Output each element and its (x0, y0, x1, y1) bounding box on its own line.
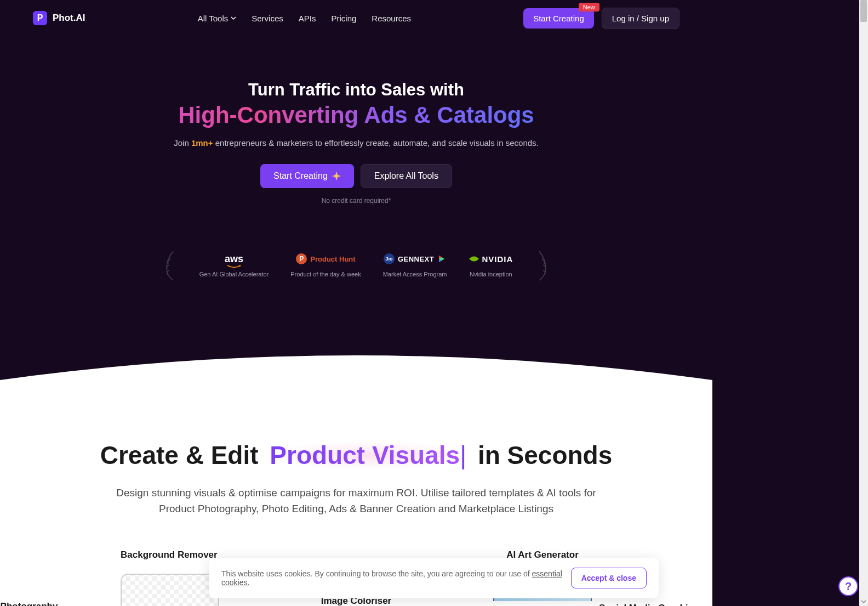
trust-section: aws Gen AI Global Accelerator P Product … (22, 248, 690, 314)
trust-caption: Nvidia inception (470, 271, 512, 277)
cookie-banner: This website uses cookies. By continuing… (209, 558, 659, 598)
nav-all-tools[interactable]: All Tools (198, 14, 237, 23)
title-prefix: Create & Edit (100, 441, 266, 469)
trust-producthunt: P Product Hunt Product of the day & week (290, 252, 361, 277)
hero-note: No credit card required* (22, 197, 690, 205)
logo-icon: P (33, 11, 47, 25)
start-creating-button[interactable]: Start Creating New (523, 8, 594, 29)
scrollbar-thumb[interactable] (860, 0, 867, 22)
title-cursor: | (460, 441, 466, 469)
section-description: Design stunning visuals & optimise campa… (115, 485, 597, 517)
nvidia-logo: NVIDIA (469, 252, 513, 265)
wave-divider (0, 347, 712, 380)
subtitle-rest: entrepreneurs & marketers to effortlessl… (213, 138, 539, 148)
logo-text: Phot.AI (53, 13, 85, 24)
aws-logo: aws (225, 252, 243, 265)
trust-jio: Jio GENNEXT Market Access Program (383, 252, 447, 277)
nvidia-eye-icon (469, 255, 479, 263)
peek-social-media-graphic: Social Media Graphic (599, 603, 693, 606)
producthunt-logo: P Product Hunt (296, 252, 355, 265)
gennext-text: GENNEXT (398, 255, 434, 263)
nvidia-text: NVIDIA (482, 254, 513, 264)
play-icon (437, 254, 446, 263)
nav-label: All Tools (198, 14, 229, 23)
laurel-left-icon (162, 248, 178, 281)
nav-apis[interactable]: APIs (299, 14, 316, 23)
hero-start-creating-button[interactable]: Start Creating (260, 164, 354, 188)
feature-background-remover[interactable]: Background Remover (121, 550, 219, 606)
nav-resources[interactable]: Resources (372, 14, 411, 23)
section-title: Create & Edit Product Visuals| in Second… (100, 440, 613, 470)
nav: All Tools Services APIs Pricing Resource… (198, 14, 411, 23)
trust-aws: aws Gen AI Global Accelerator (199, 252, 269, 277)
hero-title-line2: High-Converting Ads & Catalogs (22, 102, 690, 128)
ph-circle-icon: P (296, 253, 307, 264)
nav-pricing[interactable]: Pricing (331, 14, 356, 23)
trust-caption: Gen AI Global Accelerator (199, 271, 269, 277)
login-signup-button[interactable]: Log in / Sign up (602, 8, 679, 29)
hero-subtitle: Join 1mn+ entrepreneurs & marketers to e… (22, 138, 690, 148)
trust-nvidia: NVIDIA Nvidia inception (469, 252, 513, 277)
subtitle-prefix: Join (174, 138, 191, 148)
cookie-accept-button[interactable]: Accept & close (571, 568, 647, 588)
feature-card-preview (121, 574, 219, 606)
title-suffix: in Seconds (471, 441, 612, 469)
sparkle-icon (332, 172, 341, 180)
chevron-down-icon (231, 15, 236, 21)
header-actions: Start Creating New Log in / Sign up (523, 8, 679, 29)
cookie-text: This website uses cookies. By continuing… (221, 569, 571, 587)
trust-caption: Market Access Program (383, 271, 447, 277)
laurel-right-icon (535, 248, 550, 281)
button-label: Start Creating (273, 171, 328, 181)
aws-text: aws (225, 253, 243, 265)
ph-text: Product Hunt (310, 255, 355, 263)
peek-product-photography: duct Photography (0, 601, 58, 606)
aws-smile-icon (226, 265, 242, 268)
button-label: Start Creating (533, 14, 584, 23)
hero-ctas: Start Creating Explore All Tools (22, 164, 690, 188)
trust-caption: Product of the day & week (290, 271, 361, 277)
scrollbar-track[interactable] (859, 0, 868, 606)
feature-label: Background Remover (121, 550, 219, 560)
trust-items: aws Gen AI Global Accelerator P Product … (199, 252, 513, 277)
nav-services[interactable]: Services (252, 14, 283, 23)
hero-title-line1: Turn Traffic into Sales with (22, 80, 690, 100)
cookie-text-prefix: This website uses cookies. By continuing… (221, 569, 532, 578)
help-button[interactable]: ? (838, 576, 858, 596)
explore-tools-button[interactable]: Explore All Tools (361, 164, 452, 188)
title-highlight: Product Visuals (270, 441, 460, 469)
logo[interactable]: P Phot.AI (33, 11, 85, 25)
new-badge: New (579, 3, 599, 12)
jio-circle-icon: Jio (384, 253, 395, 264)
scrollbar-down-arrow-icon[interactable] (860, 598, 867, 605)
subtitle-count: 1mn+ (191, 138, 213, 148)
hero-section: Turn Traffic into Sales with High-Conver… (0, 36, 712, 347)
header: P Phot.AI All Tools Services APIs Pricin… (0, 0, 712, 36)
jio-logo: Jio GENNEXT (384, 252, 446, 265)
